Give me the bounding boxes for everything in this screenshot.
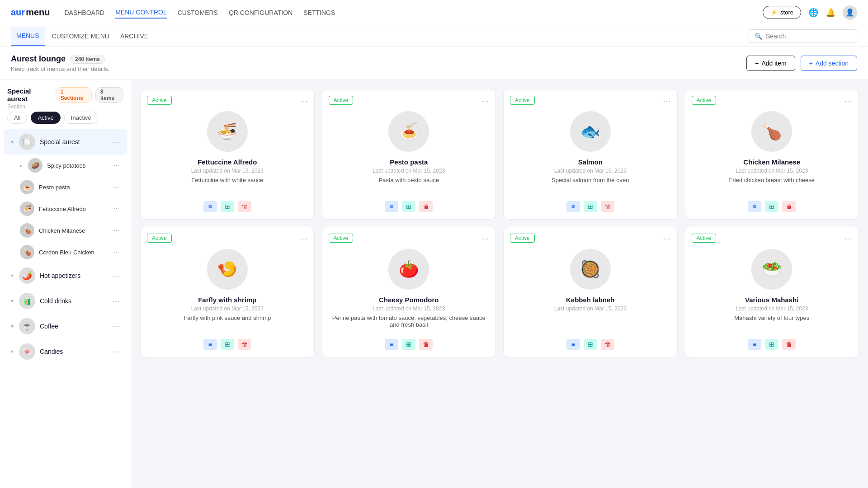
more-icon-fettuccine[interactable]: ⋯ bbox=[113, 205, 120, 212]
nav-customers[interactable]: CUSTOMERS bbox=[178, 7, 218, 18]
fettuccine-icon: 🍜 bbox=[20, 202, 34, 216]
card-grid-chicken-milanese[interactable]: ⊞ bbox=[765, 201, 778, 212]
search-box[interactable]: 🔍 bbox=[749, 29, 857, 43]
more-icon-cold-drinks[interactable]: ⋯ bbox=[113, 297, 120, 305]
chevron-down-icon-candies: ▾ bbox=[11, 348, 14, 355]
sidebar-item-special-aurest[interactable]: ▾ 🍽️ Special aurest ⋯ bbox=[4, 129, 127, 155]
card-edit-various-mahashi[interactable]: ≡ bbox=[748, 339, 761, 350]
card-date-salmon: Last updated on Mar 15, 2023 bbox=[554, 168, 627, 174]
card-salmon: Active ⋯ 🐟 Salmon Last updated on Mar 15… bbox=[503, 89, 678, 220]
card-grid-cheesy-pomodoro[interactable]: ⊞ bbox=[402, 339, 415, 350]
card-image-farfly-shrimp: 🍤 bbox=[207, 249, 248, 290]
cordon-bleu-icon: 🍗 bbox=[20, 245, 34, 259]
card-edit-farfly-shrimp[interactable]: ≡ bbox=[203, 339, 217, 350]
card-edit-chicken-milanese[interactable]: ≡ bbox=[748, 201, 761, 212]
card-actions-pesto-pasta: ≡ ⊞ 🗑 bbox=[385, 201, 433, 212]
more-icon-candies[interactable]: ⋯ bbox=[113, 347, 120, 356]
more-icon-hot-appetizers[interactable]: ⋯ bbox=[113, 272, 120, 280]
subnav-customize-menu[interactable]: CUSTOMIZE MENU bbox=[48, 27, 113, 45]
card-desc-chicken-milanese: Fried chicken breast with cheese bbox=[729, 177, 815, 194]
card-kebbeh-labneh: Active ⋯ 🥘 Kebbeh labneh Last updated on… bbox=[503, 227, 678, 357]
card-delete-various-mahashi[interactable]: 🗑 bbox=[782, 339, 796, 350]
card-farfly-shrimp: Active ⋯ 🍤 Farfly with shrimp Last updat… bbox=[140, 227, 315, 357]
sidebar-sub-spicy-potatoes[interactable]: ▸ 🥔 Spicy potatoes ⋯ bbox=[4, 155, 127, 176]
subnav-menus[interactable]: MENUS bbox=[11, 27, 45, 46]
store-button[interactable]: ⚡ store bbox=[763, 6, 801, 19]
card-more-various-mahashi[interactable]: ⋯ bbox=[844, 234, 852, 244]
more-icon-chicken-milanese[interactable]: ⋯ bbox=[113, 227, 120, 234]
nav-menu-control[interactable]: MENU CONTROL bbox=[115, 7, 167, 19]
card-grid-fettuccine-alfredo[interactable]: ⊞ bbox=[221, 201, 234, 212]
card-more-salmon[interactable]: ⋯ bbox=[663, 96, 671, 106]
sidebar-sub-fettuccine[interactable]: 🍜 Fettuccine Alfredo ⋯ bbox=[4, 198, 127, 220]
card-delete-cheesy-pomodoro[interactable]: 🗑 bbox=[419, 339, 433, 350]
filter-inactive[interactable]: Inactive bbox=[64, 112, 98, 124]
card-delete-chicken-milanese[interactable]: 🗑 bbox=[782, 201, 796, 212]
card-edit-kebbeh-labneh[interactable]: ≡ bbox=[566, 339, 580, 350]
bell-icon[interactable]: 🔔 bbox=[826, 8, 835, 18]
special-aurest-header: Special aurest 1 Sections 8 items Sectio… bbox=[0, 87, 131, 112]
card-more-farfly-shrimp[interactable]: ⋯ bbox=[300, 234, 308, 244]
card-status-chicken-milanese: Active bbox=[692, 96, 717, 105]
card-grid-farfly-shrimp[interactable]: ⊞ bbox=[221, 339, 234, 350]
card-more-fettuccine-alfredo[interactable]: ⋯ bbox=[300, 96, 308, 106]
card-edit-fettuccine-alfredo[interactable]: ≡ bbox=[203, 201, 217, 212]
card-edit-pesto-pasta[interactable]: ≡ bbox=[385, 201, 398, 212]
cold-drinks-label: Cold drinks bbox=[40, 297, 108, 305]
card-name-salmon: Salmon bbox=[578, 158, 603, 166]
logo[interactable]: aurmenu bbox=[11, 7, 50, 18]
sidebar-sub-chicken-milanese[interactable]: 🍗 Chicken Milanese ⋯ bbox=[4, 220, 127, 241]
more-icon-spicy-potatoes[interactable]: ⋯ bbox=[113, 162, 120, 169]
card-delete-pesto-pasta[interactable]: 🗑 bbox=[419, 201, 433, 212]
subnav-archive[interactable]: ARCHIVE bbox=[117, 27, 152, 45]
card-more-chicken-milanese[interactable]: ⋯ bbox=[844, 96, 852, 106]
card-grid-various-mahashi[interactable]: ⊞ bbox=[765, 339, 778, 350]
sidebar-sub-pesto-pasta[interactable]: 🍝 Pesto pasta ⋯ bbox=[4, 176, 127, 198]
sidebar-sub-cordon-bleu[interactable]: 🍗 Cordon Bleu Chicken ⋯ bbox=[4, 241, 127, 263]
sidebar-item-cold-drinks[interactable]: ▾ 🧃 Cold drinks ⋯ bbox=[4, 288, 127, 314]
sidebar-item-coffee[interactable]: ▾ ☕ Coffee ⋯ bbox=[4, 314, 127, 339]
add-item-button[interactable]: + Add item bbox=[746, 56, 795, 71]
avatar[interactable]: 👤 bbox=[843, 5, 857, 20]
card-actions-chicken-milanese: ≡ ⊞ 🗑 bbox=[748, 201, 796, 212]
coffee-icon: ☕ bbox=[19, 318, 35, 334]
card-image-chicken-milanese: 🍗 bbox=[751, 111, 792, 152]
card-grid-kebbeh-labneh[interactable]: ⊞ bbox=[584, 339, 597, 350]
search-input[interactable] bbox=[766, 33, 851, 40]
card-grid-pesto-pasta[interactable]: ⊞ bbox=[402, 201, 415, 212]
logo-aur: aur bbox=[11, 7, 25, 18]
translate-icon[interactable]: 🌐 bbox=[808, 8, 818, 18]
more-icon-pesto-pasta[interactable]: ⋯ bbox=[113, 183, 120, 191]
more-icon-cordon-bleu[interactable]: ⋯ bbox=[113, 249, 120, 256]
card-actions-farfly-shrimp: ≡ ⊞ 🗑 bbox=[203, 339, 251, 350]
card-desc-salmon: Special salmon from the oven bbox=[552, 177, 629, 194]
sidebar-item-hot-appetizers[interactable]: ▾ 🌶️ Hot appetizers ⋯ bbox=[4, 263, 127, 288]
chevron-down-icon-hot: ▾ bbox=[11, 272, 14, 279]
card-edit-salmon[interactable]: ≡ bbox=[566, 201, 580, 212]
more-icon-coffee[interactable]: ⋯ bbox=[113, 322, 120, 331]
card-fettuccine-alfredo: Active ⋯ 🍜 Fettuccine Alfredo Last updat… bbox=[140, 89, 315, 220]
nav-settings[interactable]: SETTINGS bbox=[303, 7, 335, 18]
card-name-pesto-pasta: Pesto pasta bbox=[390, 158, 428, 166]
nav-qr-configuration[interactable]: QR CONFIGURATION bbox=[229, 7, 292, 18]
sidebar-item-candies[interactable]: ▾ 🍬 Candies ⋯ bbox=[4, 339, 127, 364]
card-delete-fettuccine-alfredo[interactable]: 🗑 bbox=[238, 201, 251, 212]
card-status-pesto-pasta: Active bbox=[329, 96, 354, 105]
pesto-pasta-icon: 🍝 bbox=[20, 180, 34, 194]
add-section-button[interactable]: + Add section bbox=[801, 56, 857, 71]
nav-dashboard[interactable]: DASHBOARD bbox=[64, 7, 104, 18]
card-date-cheesy-pomodoro: Last updated on Mar 15, 2023 bbox=[373, 305, 445, 312]
card-grid-salmon[interactable]: ⊞ bbox=[584, 201, 597, 212]
card-delete-farfly-shrimp[interactable]: 🗑 bbox=[238, 339, 251, 350]
card-delete-salmon[interactable]: 🗑 bbox=[601, 201, 614, 212]
card-delete-kebbeh-labneh[interactable]: 🗑 bbox=[601, 339, 614, 350]
filter-all[interactable]: All bbox=[7, 112, 27, 124]
filter-active[interactable]: Active bbox=[31, 112, 60, 124]
card-name-farfly-shrimp: Farfly with shrimp bbox=[198, 296, 256, 304]
card-more-cheesy-pomodoro[interactable]: ⋯ bbox=[481, 234, 489, 244]
card-more-pesto-pasta[interactable]: ⋯ bbox=[481, 96, 489, 106]
special-aurest-icon: 🍽️ bbox=[19, 134, 35, 150]
more-icon-special-aurest[interactable]: ⋯ bbox=[113, 138, 120, 146]
card-edit-cheesy-pomodoro[interactable]: ≡ bbox=[385, 339, 398, 350]
card-more-kebbeh-labneh[interactable]: ⋯ bbox=[663, 234, 671, 244]
